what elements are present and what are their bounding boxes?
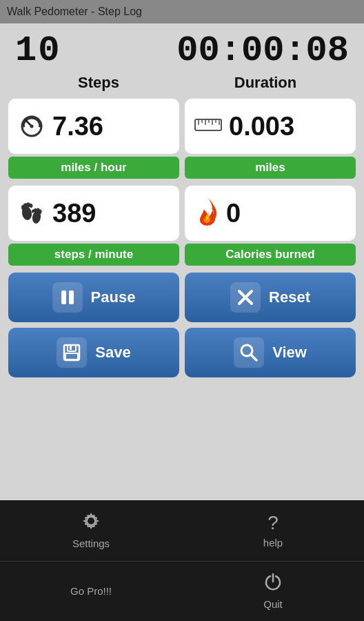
gopro-label: Go Pro!!! (70, 585, 112, 597)
steps-per-min-value: 389 (52, 199, 96, 228)
pause-reset-row: Pause Reset (8, 273, 356, 322)
settings-icon (81, 511, 101, 535)
reset-label: Reset (269, 288, 310, 306)
app-title: Walk Pedometer - Step Log (7, 6, 142, 18)
speed-distance-row: 7.36 0.003 (8, 99, 356, 154)
speed-card: 7.36 (8, 99, 179, 154)
duration-label: Duration (182, 74, 349, 92)
calories-card: 0 (185, 186, 356, 241)
footsteps-icon (18, 197, 46, 230)
calories-unit-label: Calories burned (185, 244, 356, 266)
help-label: help (263, 537, 283, 549)
pause-label: Pause (91, 288, 136, 306)
steps-calories-row: 389 0 (8, 186, 356, 241)
view-button[interactable]: View (185, 328, 356, 377)
main-content: 10 00:00:08 Steps Duration 7.36 (0, 23, 364, 390)
svg-line-33 (251, 355, 256, 360)
nav-gopro[interactable]: Go Pro!!! (0, 561, 182, 621)
settings-label: Settings (72, 538, 110, 549)
steps-label: Steps (15, 74, 182, 92)
speed-value: 7.36 (52, 112, 103, 141)
distance-unit-label: miles (185, 157, 356, 179)
reset-button[interactable]: Reset (185, 273, 356, 322)
x-icon (230, 282, 261, 313)
svg-rect-30 (65, 353, 78, 359)
flame-icon (194, 195, 219, 232)
title-bar: Walk Pedometer - Step Log (0, 0, 364, 23)
distance-card: 0.003 (185, 99, 356, 154)
pause-icon (52, 282, 83, 313)
speedometer-icon (18, 110, 46, 144)
steps-calories-labels: steps / minute Calories burned (8, 244, 356, 266)
nav-quit[interactable]: Quit (182, 561, 364, 621)
save-label: Save (95, 344, 130, 362)
pause-button[interactable]: Pause (8, 273, 179, 322)
step-count-display: 10 (15, 30, 61, 71)
labels-row: Steps Duration (8, 74, 356, 92)
bottom-nav: Settings ? help Go Pro!!! Quit (0, 500, 364, 621)
svg-point-2 (30, 124, 34, 128)
quit-label: Quit (263, 598, 283, 610)
search-icon (234, 337, 264, 368)
speed-distance-labels: miles / hour miles (8, 157, 356, 179)
save-view-row: Save View (8, 328, 356, 377)
save-icon (57, 337, 87, 368)
svg-rect-25 (69, 290, 74, 304)
save-button[interactable]: Save (8, 328, 179, 377)
svg-rect-31 (70, 346, 72, 350)
power-icon (263, 572, 283, 595)
nav-help[interactable]: ? help (182, 500, 364, 560)
timer-display: 00:00:08 (176, 30, 349, 71)
steps-per-min-unit-label: steps / minute (8, 244, 179, 266)
nav-settings[interactable]: Settings (0, 500, 182, 560)
top-row: 10 00:00:08 (8, 30, 356, 71)
steps-per-min-card: 389 (8, 186, 179, 241)
ruler-icon (194, 112, 222, 141)
help-icon: ? (267, 512, 279, 534)
svg-rect-24 (61, 290, 66, 304)
distance-value: 0.003 (229, 112, 294, 141)
view-label: View (272, 344, 307, 362)
calories-value: 0 (226, 199, 241, 228)
speed-unit-label: miles / hour (8, 157, 179, 179)
